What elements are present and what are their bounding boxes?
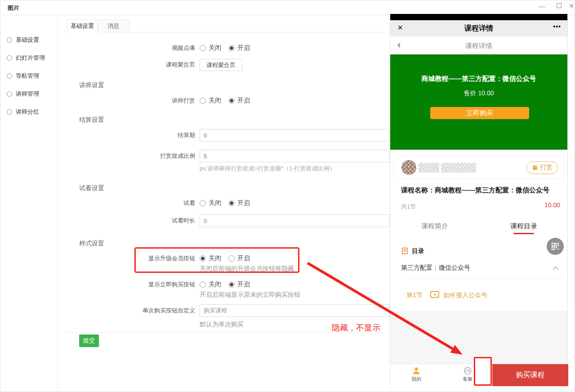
sidebar-item-lecturer-management[interactable]: 讲师管理 <box>7 90 39 98</box>
vod-radio-off-label[interactable]: 关闭 <box>209 44 221 52</box>
single-buy-input[interactable] <box>200 304 390 317</box>
buy-radio-off-label[interactable]: 关闭 <box>209 281 221 289</box>
tabs-divider <box>65 32 390 32</box>
section-style-settings: 样式设置 <box>79 240 104 247</box>
circle-icon <box>7 109 12 115</box>
annotation-text: 隐藏，不显示 <box>332 322 380 333</box>
buy-button-hint: 开启后前端显示原来的立即购买按钮 <box>200 291 300 298</box>
phone-preview: × 课程详情 ••• ‹ 课程详情 商城教程——第三方配置：微信公众号 售价 1… <box>390 14 568 388</box>
chapter-row[interactable]: 第三方配置：微信公众号 <box>401 264 470 272</box>
section-trial-settings: 试看设置 <box>79 184 104 192</box>
single-buy-label: 单次购买按钮自定义 <box>65 307 195 314</box>
lecturer-reward-label: 讲师打赏 <box>65 97 195 104</box>
annotation-rect-hidden-button <box>474 357 492 386</box>
sidebar-item-lecturer-dividend[interactable]: 讲师分红 <box>7 108 39 116</box>
trial-duration-label: 试看时长 <box>65 217 195 224</box>
sidebar-item-basic-settings[interactable]: 基础设置 <box>7 36 39 44</box>
sidebar-item-label: 导航管理 <box>16 72 39 80</box>
window-titlebar: 图片 — × <box>0 0 575 15</box>
vod-radio-off[interactable] <box>200 45 206 51</box>
sidebar-item-label: 讲师管理 <box>16 90 39 98</box>
buy-now-button[interactable]: 立即购买 <box>430 107 529 119</box>
settlement-period-label: 结算期 <box>65 132 195 139</box>
avatar <box>401 160 416 175</box>
sidebar-item-nav-management[interactable]: 导航管理 <box>7 72 39 80</box>
vod-label: 视频点播 <box>65 45 195 52</box>
banner-course-title: 商城教程——第三方配置：微信公众号 <box>390 75 567 83</box>
course-banner: 商城教程——第三方配置：微信公众号 售价 10.00 立即购买 <box>390 54 567 150</box>
sidebar-item-slideshow-management[interactable]: 幻灯片管理 <box>7 54 45 62</box>
trial-duration-input[interactable] <box>200 214 390 227</box>
reward-button[interactable]: 打赏 <box>526 161 558 174</box>
tab-course-intro[interactable]: 课程简介 <box>390 222 479 231</box>
chapter-divider <box>406 278 561 278</box>
circle-icon <box>7 73 12 79</box>
buy-button-radio-group: 关闭 开启 <box>200 281 250 288</box>
wechat-header-title: 课程详情 <box>390 24 567 33</box>
reward-radio-off-label[interactable]: 关闭 <box>209 97 221 105</box>
circle-icon <box>7 37 12 43</box>
single-buy-hint: 默认为单次购买 <box>200 321 244 328</box>
active-tab-underline <box>513 233 534 234</box>
vod-radio-on[interactable] <box>228 45 235 51</box>
tab-message[interactable]: 消息 <box>98 19 129 32</box>
vod-radio-group: 关闭 开启 <box>200 45 250 52</box>
buy-radio-off[interactable] <box>200 281 206 288</box>
tabbar-item-mine[interactable]: 我的 <box>406 366 426 383</box>
lesson-number: 第1节 <box>406 291 423 299</box>
trial-radio-on-label[interactable]: 开启 <box>237 199 250 207</box>
gift-icon <box>532 165 538 171</box>
lesson-title[interactable]: 如何接入公众号 <box>443 291 487 299</box>
course-name: 课程名称：商城教程——第三方配置：微信公众号 <box>401 186 549 195</box>
window-title: 图片 <box>8 4 19 12</box>
author-card: 打赏 <box>394 156 565 179</box>
reward-radio-on-label[interactable]: 开启 <box>237 97 250 105</box>
page-nav: ‹ 课程详情 <box>390 36 567 54</box>
trial-radio-off-label[interactable]: 关闭 <box>209 199 221 207</box>
reward-radio-off[interactable] <box>200 98 206 104</box>
trial-radio-group: 关闭 开启 <box>200 200 250 207</box>
reward-ratio-input[interactable] <box>200 150 390 162</box>
qr-code-button[interactable] <box>547 238 564 255</box>
banner-price: 售价 10.00 <box>390 89 567 98</box>
screen: 图片 — × 基础设置 幻灯片管理 导航管理 讲师管理 讲师分红 基础设置 消息… <box>0 0 575 392</box>
tab-basic-settings[interactable]: 基础设置 <box>67 19 98 32</box>
reward-ratio-hint: ps:讲师获得打赏提成=打赏金额*（1-打赏提成比例） <box>200 165 335 172</box>
sidebar-item-label: 讲师分红 <box>16 108 39 116</box>
page-nav-title: 课程详情 <box>390 42 567 50</box>
window-close-icon[interactable]: × <box>569 1 574 11</box>
tab-course-catalog[interactable]: 课程目录 <box>479 222 568 231</box>
trial-radio-off[interactable] <box>200 200 206 206</box>
lesson-count: 共1节 <box>401 203 416 211</box>
buy-radio-on[interactable] <box>228 281 235 288</box>
more-icon[interactable]: ••• <box>553 23 561 30</box>
section-lecturer-settings: 讲师设置 <box>79 81 104 89</box>
chevron-up-icon[interactable] <box>552 265 559 271</box>
window-minimize-icon[interactable]: — <box>539 2 545 10</box>
sidebar-item-label: 幻灯片管理 <box>16 54 45 62</box>
course-price: 10.00 <box>544 201 560 209</box>
settlement-period-input[interactable] <box>200 129 390 142</box>
aggregation-label: 课程聚合页 <box>65 61 195 68</box>
window-maximize-icon[interactable] <box>557 3 562 8</box>
person-icon <box>412 366 421 375</box>
course-aggregation-button[interactable]: 课程聚合页 <box>200 59 242 71</box>
vod-radio-on-label[interactable]: 开启 <box>237 44 250 52</box>
catalog-title: 目录 <box>412 247 424 255</box>
phone-status-bar <box>390 14 567 20</box>
play-video-icon <box>430 290 440 298</box>
section-settlement-settings: 结算设置 <box>79 116 104 123</box>
wechat-header: × 课程详情 ••• <box>390 20 567 36</box>
submit-button[interactable]: 提交 <box>79 334 99 347</box>
reward-radio-on[interactable] <box>228 98 235 104</box>
buy-course-button[interactable]: 购买课程 <box>492 364 568 386</box>
buy-button-label: 显示立即购买按钮 <box>65 281 195 288</box>
censored-name-block <box>441 163 476 173</box>
circle-icon <box>7 55 12 61</box>
trial-radio-on[interactable] <box>228 200 235 206</box>
reward-button-label: 打赏 <box>540 164 553 172</box>
buy-radio-on-label[interactable]: 开启 <box>237 281 250 289</box>
annotation-rect-upgrade-setting <box>134 247 299 273</box>
circle-icon <box>7 91 12 97</box>
sidebar-item-label: 基础设置 <box>16 36 39 44</box>
